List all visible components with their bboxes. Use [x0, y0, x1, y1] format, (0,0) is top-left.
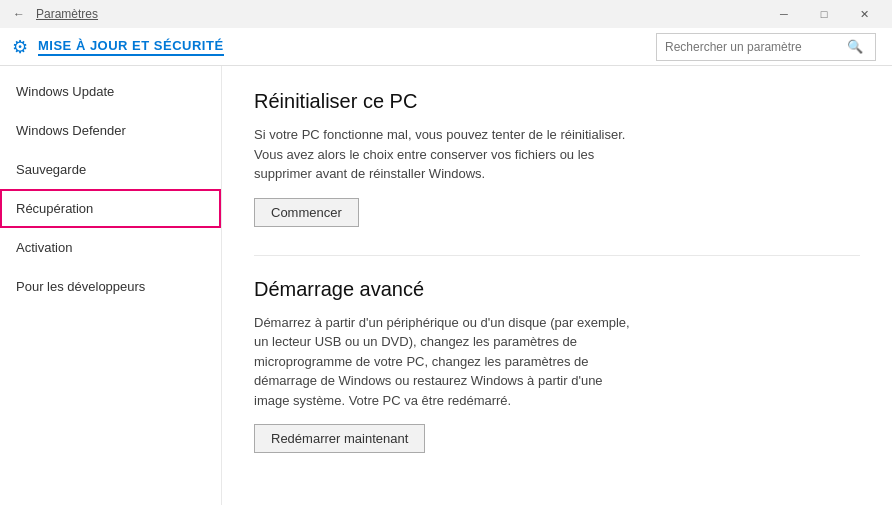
sidebar: Windows Update Windows Defender Sauvegar… [0, 66, 222, 505]
search-input[interactable] [657, 40, 847, 54]
titlebar: ← Paramètres ─ □ ✕ [0, 0, 892, 28]
sidebar-item-windows-update[interactable]: Windows Update [0, 72, 221, 111]
commencer-button[interactable]: Commencer [254, 198, 359, 227]
minimize-button[interactable]: ─ [764, 0, 804, 28]
main-panel: Réinitialiser ce PC Si votre PC fonction… [222, 66, 892, 505]
search-box[interactable]: 🔍 [656, 33, 876, 61]
back-button[interactable]: ← [8, 5, 30, 23]
redemarrer-button[interactable]: Redémarrer maintenant [254, 424, 425, 453]
section2-title: Démarrage avancé [254, 278, 860, 301]
sidebar-item-windows-defender[interactable]: Windows Defender [0, 111, 221, 150]
sidebar-item-pour-developpeurs[interactable]: Pour les développeurs [0, 267, 221, 306]
header-left: ⚙ MISE À JOUR ET SÉCURITÉ [12, 36, 224, 58]
section1-desc: Si votre PC fonctionne mal, vous pouvez … [254, 125, 634, 184]
sidebar-item-sauvegarde[interactable]: Sauvegarde [0, 150, 221, 189]
app-window: ⚙ MISE À JOUR ET SÉCURITÉ 🔍 Windows Upda… [0, 28, 892, 505]
section2-desc: Démarrez à partir d'un périphérique ou d… [254, 313, 634, 411]
maximize-button[interactable]: □ [804, 0, 844, 28]
titlebar-title: Paramètres [36, 7, 98, 21]
gear-icon: ⚙ [12, 36, 28, 58]
close-button[interactable]: ✕ [844, 0, 884, 28]
content-area: Windows Update Windows Defender Sauvegar… [0, 66, 892, 505]
sidebar-item-recuperation[interactable]: Récupération [0, 189, 221, 228]
sidebar-item-activation[interactable]: Activation [0, 228, 221, 267]
page-title: MISE À JOUR ET SÉCURITÉ [38, 38, 224, 56]
titlebar-left: ← Paramètres [8, 5, 98, 23]
section-divider [254, 255, 860, 256]
search-icon: 🔍 [847, 39, 869, 54]
window-controls: ─ □ ✕ [764, 0, 884, 28]
app-header: ⚙ MISE À JOUR ET SÉCURITÉ 🔍 [0, 28, 892, 66]
section1-title: Réinitialiser ce PC [254, 90, 860, 113]
